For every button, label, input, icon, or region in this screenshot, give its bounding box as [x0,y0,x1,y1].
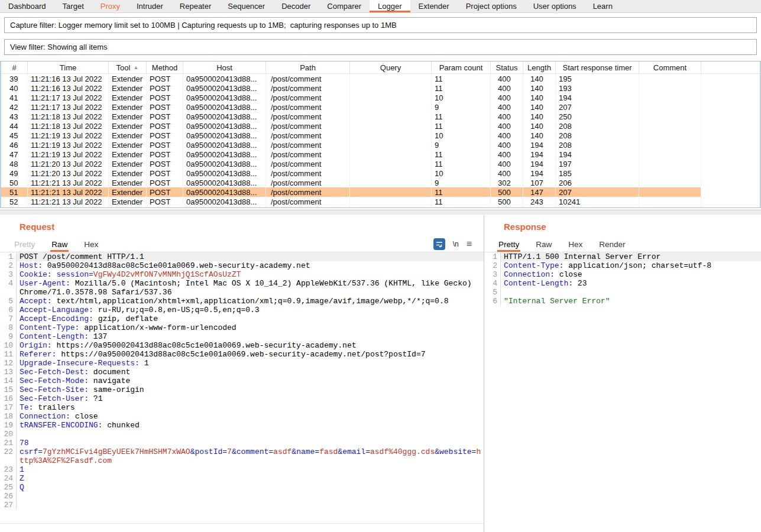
cell-host: 0a9500020413d88... [183,178,266,187]
table-row[interactable]: 5211:21:21 13 Jul 2022ExtenderPOST0a9500… [1,197,701,206]
column-header-time[interactable]: Time [28,61,109,73]
menu-tab-extender[interactable]: Extender [410,0,458,12]
cell-status: 400 [491,112,523,121]
line-number: 21 [0,439,16,447]
split-divider[interactable] [0,210,761,210]
column-header-param-count[interactable]: Param count [432,61,491,73]
line-number: 24 [0,474,16,483]
view-filter-bar[interactable]: View filter: Showing all items [4,39,757,55]
table-row[interactable]: 5111:21:21 13 Jul 2022ExtenderPOST0a9500… [1,187,701,197]
cell-method: POST [147,112,183,121]
menu-tab-project-options[interactable]: Project options [458,0,525,12]
editor-line: 2178 [0,439,484,447]
cell-: 53 [1,206,28,208]
cell-host: 0a9500020413d88... [183,168,266,178]
split-bar[interactable] [0,211,761,215]
column-header-[interactable]: # [1,61,28,73]
menu-tab-decoder[interactable]: Decoder [273,0,319,12]
table-row[interactable]: 4411:21:18 13 Jul 2022ExtenderPOST0a9500… [1,121,701,131]
column-header-query[interactable]: Query [350,61,432,73]
cell-method: POST [147,131,183,140]
table-row[interactable]: 4511:21:19 13 Jul 2022ExtenderPOST0a9500… [1,131,701,140]
cell-tool: Extender [109,206,147,208]
table-row[interactable]: 4611:21:19 13 Jul 2022ExtenderPOST0a9500… [1,140,701,150]
table-row[interactable]: 4311:21:18 13 Jul 2022ExtenderPOST0a9500… [1,112,701,121]
menu-tab-dashboard[interactable]: Dashboard [0,0,54,12]
table-row[interactable]: 5011:21:21 13 Jul 2022ExtenderPOST0a9500… [1,178,701,187]
column-header-comment[interactable]: Comment [639,61,701,73]
cell-length: 140 [523,83,556,93]
line-number: 23 [0,465,16,474]
cell-length: 107 [523,178,556,187]
request-editor[interactable]: 1POST /post/comment HTTP/1.12Host: 0a950… [0,252,484,524]
response-tab-render[interactable]: Render [598,236,626,252]
column-header-length[interactable]: Length [523,61,556,73]
column-header-path[interactable]: Path [266,61,350,73]
cell-host: 0a9500020413d88... [183,93,266,102]
request-tab-hex[interactable]: Hex [83,236,99,252]
column-header-start-response-timer[interactable]: Start response timer [556,61,639,73]
menu-tab-repeater[interactable]: Repeater [171,0,219,12]
table-row[interactable]: 4211:21:17 13 Jul 2022ExtenderPOST0a9500… [1,102,701,112]
cell-start-response-timer: 208 [556,131,639,140]
cell-host: 0a9500020413d88... [183,102,266,112]
table-row[interactable]: 4111:21:17 13 Jul 2022ExtenderPOST0a9500… [1,93,701,102]
cell-host: 0a9500020413d88... [183,187,266,197]
response-tab-pretty[interactable]: Pretty [497,236,520,252]
menu-tab-user-options[interactable]: User options [525,0,585,12]
cell-tool: Extender [109,150,147,159]
cell-: 41 [1,93,28,102]
response-tab-hex[interactable]: Hex [567,236,584,252]
cell-method: POST [147,102,183,112]
cell-path: /post/comment [266,102,350,112]
cell-length: 140 [523,93,556,102]
menu-tab-comparer[interactable]: Comparer [319,0,370,12]
table-row[interactable]: 4811:21:20 13 Jul 2022ExtenderPOST0a9500… [1,159,701,168]
cell-start-response-timer: 207 [556,187,639,197]
column-header-host[interactable]: Host [183,61,266,73]
menu-tab-intruder[interactable]: Intruder [128,0,171,12]
column-header-tool[interactable]: Tool▲ [109,61,147,73]
line-number: 19 [0,421,16,430]
capture-filter-bar[interactable]: Capture filter: Logger memory limit set … [4,17,757,33]
cell-path: /post/comment [266,112,350,121]
column-header-status[interactable]: Status [491,61,523,73]
cell-time: 11:21:16 13 Jul 2022 [28,74,109,83]
line-number: 17 [0,403,16,412]
cell-status: 400 [491,140,523,150]
line-number: 6 [0,306,16,314]
menu-tab-proxy[interactable]: Proxy [92,0,128,12]
cell-param-count: 11 [432,150,491,159]
wrap-toggle-button[interactable] [433,238,445,250]
cell-length: 147 [523,187,556,197]
table-row[interactable]: 3911:21:16 13 Jul 2022ExtenderPOST0a9500… [1,74,701,83]
cell-tool: Extender [109,131,147,140]
table-row[interactable]: 5311:21:22 13 Jul 2022ExtenderPOST0a9500… [1,206,701,208]
column-header-method[interactable]: Method [147,61,183,73]
response-editor[interactable]: 1HTTP/1.1 500 Internal Server Error2Cont… [484,252,761,524]
table-row[interactable]: 4911:21:20 13 Jul 2022ExtenderPOST0a9500… [1,168,701,178]
table-row[interactable]: 4711:21:19 13 Jul 2022ExtenderPOST0a9500… [1,150,701,159]
editor-line: 2Content-Type: application/json; charset… [484,261,761,270]
cell-start-response-timer: 197 [556,159,639,168]
menu-tab-learn[interactable]: Learn [585,0,621,12]
request-tab-raw[interactable]: Raw [50,236,69,252]
line-number: 6 [484,297,500,306]
menu-tab-sequencer[interactable]: Sequencer [219,0,273,12]
menu-tab-target[interactable]: Target [54,0,92,12]
line-number: 5 [0,297,16,306]
line-number: 14 [0,377,16,385]
newline-toggle-icon[interactable]: \n [453,240,459,248]
cell-path: /post/comment [266,178,350,187]
table-row[interactable]: 4011:21:16 13 Jul 2022ExtenderPOST0a9500… [1,83,701,93]
response-tab-raw[interactable]: Raw [535,236,553,252]
editor-line: 25Q [0,483,484,492]
cell-method: POST [147,74,183,83]
cell-param-count: 11 [432,197,491,206]
menu-tab-logger[interactable]: Logger [370,0,410,12]
cell-host: 0a9500020413d88... [183,140,266,150]
request-tab-pretty[interactable]: Pretty [13,236,36,252]
editor-menu-icon[interactable]: ≡ [467,239,472,249]
cell-comment [639,206,701,208]
cell-start-response-timer: 195 [556,74,639,83]
